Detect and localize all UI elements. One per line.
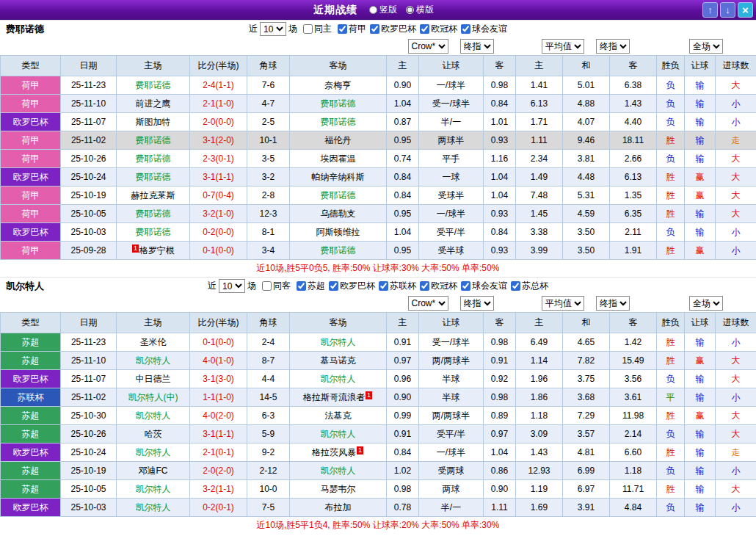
competition-filter[interactable]: 欧冠杯 — [420, 280, 457, 292]
competition-checkbox-input[interactable] — [379, 281, 388, 291]
competition-checkbox-input[interactable] — [329, 281, 338, 291]
competition-filter[interactable]: 苏联杯 — [379, 280, 416, 292]
away-team-link[interactable]: 凯尔特人 — [321, 466, 356, 476]
home-team-link[interactable]: 费耶诺德 — [136, 135, 171, 145]
home-team-link[interactable]: 凯尔特人 — [136, 410, 171, 421]
home-team-link[interactable]: 费耶诺德 — [136, 227, 171, 237]
home-team-link[interactable]: 哈茨 — [145, 429, 162, 439]
away-team-link[interactable]: 费耶诺德 — [321, 98, 356, 109]
home-team-link[interactable]: 赫拉克莱斯 — [131, 190, 175, 200]
home-team-link[interactable]: 凯尔特人(中) — [128, 392, 178, 402]
competition-filter[interactable]: 欧冠杯 — [420, 23, 457, 35]
competition-checkbox-input[interactable] — [338, 24, 347, 34]
away-team-link[interactable]: 费耶诺德 — [321, 245, 356, 256]
score-cell[interactable]: 0-1(0-0) — [190, 242, 247, 260]
competition-checkbox-input[interactable] — [297, 281, 306, 291]
league-type-badge[interactable]: 荷甲 — [1, 150, 61, 168]
home-team-link[interactable]: 前进之鹰 — [136, 98, 171, 109]
same-venue-checkbox-input[interactable] — [262, 281, 272, 291]
league-type-badge[interactable]: 苏联杯 — [1, 388, 61, 407]
league-type-badge[interactable]: 荷甲 — [1, 95, 61, 113]
home-team-link[interactable]: 费耶诺德 — [136, 172, 171, 182]
score-cell[interactable]: 0-2(0-1) — [190, 499, 247, 517]
asia-odds-time-select[interactable]: 终指 — [460, 39, 494, 54]
score-cell[interactable]: 3-1(1-1) — [190, 168, 247, 186]
league-type-badge[interactable]: 荷甲 — [1, 76, 61, 95]
same-venue-checkbox-input[interactable] — [303, 24, 313, 34]
league-type-badge[interactable]: 苏超 — [1, 407, 61, 425]
away-team-link[interactable]: 凯尔特人 — [321, 337, 356, 347]
away-team-link[interactable]: 费耶诺德 — [321, 117, 356, 127]
away-team-link[interactable]: 乌德勒支 — [321, 209, 356, 219]
league-type-badge[interactable]: 欧罗巴杯 — [1, 223, 61, 242]
league-type-badge[interactable]: 欧罗巴杯 — [1, 370, 61, 388]
match-count-select[interactable]: 10 — [219, 279, 245, 293]
competition-checkbox-input[interactable] — [461, 24, 470, 34]
home-team-link[interactable]: 中日德兰 — [136, 374, 171, 384]
league-type-badge[interactable]: 苏超 — [1, 480, 61, 499]
asia-odds-time-select[interactable]: 终指 — [460, 296, 494, 311]
vertical-radio-input[interactable] — [369, 6, 377, 14]
competition-filter[interactable]: 荷甲 — [338, 23, 366, 35]
league-type-badge[interactable]: 欧罗巴杯 — [1, 443, 61, 462]
competition-filter[interactable]: 苏总杯 — [511, 280, 548, 292]
home-team-link[interactable]: 费耶诺德 — [136, 209, 171, 219]
competition-filter[interactable]: 球会友谊 — [461, 23, 507, 35]
match-count-select[interactable]: 10 — [260, 22, 286, 36]
same-venue-checkbox[interactable]: 同主 — [303, 23, 332, 35]
euro-odds-time-select[interactable]: 终指 — [596, 39, 630, 54]
scope-select[interactable]: 全场 — [689, 39, 723, 54]
away-team-link[interactable]: 埃因霍温 — [321, 153, 356, 164]
league-type-badge[interactable]: 苏超 — [1, 333, 61, 352]
competition-checkbox-input[interactable] — [420, 281, 429, 291]
away-team-link[interactable]: 奈梅亨 — [325, 80, 352, 90]
league-type-badge[interactable]: 欧罗巴杯 — [1, 499, 61, 517]
score-cell[interactable]: 0-2(0-0) — [190, 223, 247, 242]
score-cell[interactable]: 2-0(0-0) — [190, 113, 247, 131]
away-team-link[interactable]: 布拉加 — [325, 502, 352, 513]
home-team-link[interactable]: 凯尔特人 — [136, 355, 171, 366]
score-cell[interactable]: 2-3(0-1) — [190, 150, 247, 168]
scroll-down-button[interactable]: ↓ — [720, 2, 735, 18]
away-team-link[interactable]: 格拉茨风暴 — [312, 447, 356, 457]
score-cell[interactable]: 2-4(1-1) — [190, 76, 247, 95]
competition-filter[interactable]: 苏超 — [297, 280, 325, 292]
league-type-badge[interactable]: 荷甲 — [1, 131, 61, 150]
league-type-badge[interactable]: 苏超 — [1, 462, 61, 480]
score-cell[interactable]: 2-0(2-0) — [190, 462, 247, 480]
layout-radio-horizontal[interactable]: 横版 — [406, 4, 434, 16]
league-type-badge[interactable]: 荷甲 — [1, 205, 61, 223]
away-team-link[interactable]: 凯尔特人 — [321, 374, 356, 384]
horizontal-radio-input[interactable] — [406, 6, 414, 14]
away-team-link[interactable]: 法基克 — [325, 410, 352, 421]
away-team-link[interactable]: 基马诺克 — [321, 355, 356, 366]
score-cell[interactable]: 4-0(1-0) — [190, 352, 247, 370]
scope-select[interactable]: 全场 — [689, 296, 723, 311]
score-cell[interactable]: 2-1(0-1) — [190, 443, 247, 462]
score-cell[interactable]: 3-2(1-0) — [190, 205, 247, 223]
competition-filter[interactable]: 欧罗巴杯 — [329, 280, 375, 292]
away-team-link[interactable]: 阿斯顿维拉 — [316, 227, 360, 237]
home-team-link[interactable]: 斯图加特 — [136, 117, 171, 127]
competition-filter[interactable]: 球会友谊 — [461, 280, 507, 292]
score-cell[interactable]: 4-0(2-0) — [190, 407, 247, 425]
home-team-link[interactable]: 格罗宁根 — [139, 245, 175, 256]
competition-checkbox-input[interactable] — [420, 24, 429, 34]
euro-odds-source-select[interactable]: 平均值 — [542, 296, 584, 311]
league-type-badge[interactable]: 苏超 — [1, 352, 61, 370]
same-venue-checkbox[interactable]: 同客 — [262, 280, 291, 292]
league-type-badge[interactable]: 欧罗巴杯 — [1, 168, 61, 186]
away-team-link[interactable]: 格拉斯哥流浪者 — [303, 392, 365, 402]
score-cell[interactable]: 0-1(0-0) — [190, 333, 247, 352]
home-team-link[interactable]: 凯尔特人 — [136, 502, 171, 513]
league-type-badge[interactable]: 荷甲 — [1, 242, 61, 260]
home-team-link[interactable]: 凯尔特人 — [136, 447, 171, 457]
home-team-link[interactable]: 圣米伦 — [140, 337, 167, 347]
euro-odds-source-select[interactable]: 平均值 — [542, 39, 584, 54]
away-team-link[interactable]: 马瑟韦尔 — [321, 484, 356, 494]
score-cell[interactable]: 1-1(1-0) — [190, 388, 247, 407]
home-team-link[interactable]: 费耶诺德 — [136, 80, 171, 90]
away-team-link[interactable]: 福伦丹 — [325, 135, 352, 145]
league-type-badge[interactable]: 荷甲 — [1, 186, 61, 205]
scroll-up-button[interactable]: ↑ — [702, 2, 718, 18]
